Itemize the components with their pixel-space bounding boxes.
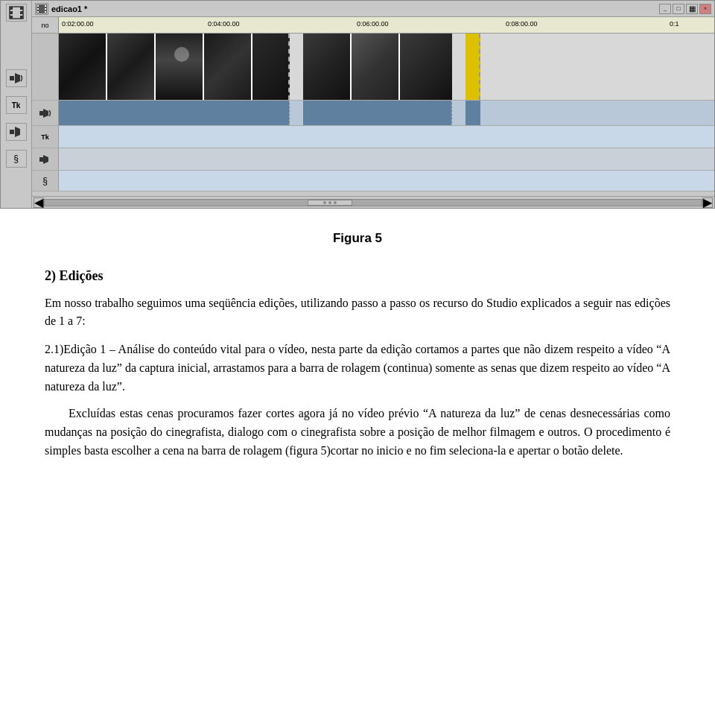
music-track-label: § xyxy=(32,171,59,191)
sound-icon[interactable] xyxy=(6,123,27,141)
music-track-content xyxy=(59,171,714,191)
sound-track-content xyxy=(59,148,714,170)
title-bar-icons xyxy=(35,3,48,15)
svg-rect-5 xyxy=(20,11,23,14)
svg-rect-13 xyxy=(45,5,46,7)
figure-caption: Figura 5 xyxy=(45,231,670,246)
audio-track-row xyxy=(32,101,714,126)
editor-main: edicao1 * _ □ ▦ × no 0:02:00.00 0:04:00.… xyxy=(32,1,714,208)
tracks-area: Tk § xyxy=(32,34,714,196)
section-heading: 2) Edições xyxy=(45,268,670,284)
svg-rect-12 xyxy=(37,11,39,13)
body-paragraph-2: Excluídas estas cenas procuramos fazer c… xyxy=(45,405,670,460)
svg-rect-14 xyxy=(45,8,46,10)
svg-rect-2 xyxy=(10,11,13,14)
audio-track-label xyxy=(32,101,59,125)
video-editor: Tk § xyxy=(0,0,715,209)
music-icon[interactable]: § xyxy=(6,150,27,168)
ruler-time-area: 0:02:00.00 0:04:00.00 0:06:00.00 0:08:00… xyxy=(59,17,714,33)
svg-rect-3 xyxy=(10,16,13,19)
sound-track-row xyxy=(32,148,714,171)
svg-rect-11 xyxy=(37,8,39,10)
audio-track-content xyxy=(59,101,714,125)
editor-sidebar: Tk § xyxy=(1,1,32,208)
svg-rect-1 xyxy=(10,7,13,10)
tk-icon[interactable]: Tk xyxy=(6,96,27,114)
editor-title: edicao1 * xyxy=(51,4,656,13)
svg-rect-16 xyxy=(39,111,43,115)
svg-rect-8 xyxy=(10,130,14,134)
maximize-button[interactable]: ▦ xyxy=(686,4,698,14)
scroll-right-button[interactable]: ▶ xyxy=(702,197,713,208)
ruler-mark-1: 0:04:00.00 xyxy=(208,20,240,28)
editor-title-bar: edicao1 * _ □ ▦ × xyxy=(32,1,714,17)
ruler-track-label: no xyxy=(32,17,59,33)
svg-rect-4 xyxy=(20,7,23,10)
film-strip-icon xyxy=(35,3,48,15)
close-button[interactable]: × xyxy=(699,4,711,14)
ruler-mark-2: 0:06:00.00 xyxy=(357,20,389,28)
svg-rect-15 xyxy=(45,11,46,13)
tk-track-label: Tk xyxy=(32,126,59,148)
restore-button[interactable]: □ xyxy=(673,4,684,14)
subsection1-paragraph: 2.1)Edição 1 – Análise do conteúdo vital… xyxy=(45,341,670,396)
scrollbar-track[interactable] xyxy=(44,199,702,206)
video-track-row xyxy=(32,34,714,101)
ruler-mark-3: 0:08:00.00 xyxy=(506,20,538,28)
video-track-label xyxy=(32,34,59,100)
ruler-mark-0: 0:02:00.00 xyxy=(62,20,94,28)
sound-track-label xyxy=(32,148,59,170)
document-section: Figura 5 2) Edições Em nosso trabalho se… xyxy=(0,209,715,499)
scroll-left-button[interactable]: ◀ xyxy=(34,197,44,208)
video-track-content xyxy=(59,34,714,100)
timeline-ruler: no 0:02:00.00 0:04:00.00 0:06:00.00 0:08… xyxy=(32,17,714,34)
tk-track-row: Tk xyxy=(32,126,714,148)
audio-icon[interactable] xyxy=(6,69,27,87)
svg-rect-7 xyxy=(10,76,14,80)
svg-rect-17 xyxy=(39,157,43,162)
scrollbar-thumb[interactable] xyxy=(308,200,352,206)
music-track-row: § xyxy=(32,171,714,192)
tk-track-content xyxy=(59,126,714,148)
window-controls[interactable]: _ □ ▦ × xyxy=(659,4,711,14)
svg-rect-6 xyxy=(20,16,23,19)
timeline-scrollbar[interactable]: ◀ ▶ xyxy=(32,196,714,208)
intro-paragraph: Em nosso trabalho seguimos uma seqüência… xyxy=(45,294,670,330)
film-icon[interactable] xyxy=(6,4,27,22)
ruler-mark-4: 0:1 xyxy=(670,20,679,28)
minimize-button[interactable]: _ xyxy=(659,4,671,14)
svg-rect-10 xyxy=(37,5,39,7)
